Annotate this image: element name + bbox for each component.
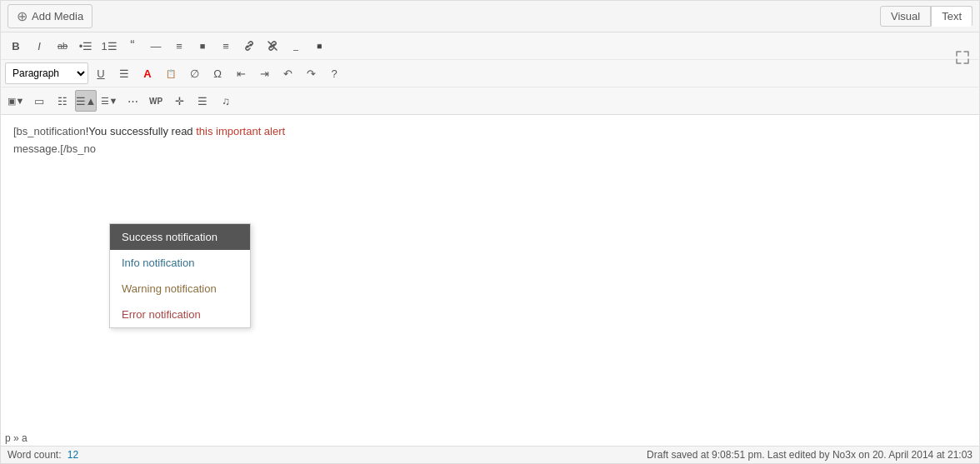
clear-format-button[interactable]: ∅	[183, 62, 205, 84]
toolbar-row-2: Paragraph Heading 1 Heading 2 Heading 3 …	[1, 60, 979, 87]
redo-button[interactable]: ↷	[300, 62, 322, 84]
expand-icon[interactable]	[954, 49, 971, 69]
strikethrough-button[interactable]: ab	[52, 35, 73, 57]
top-bar: ⊕ Add Media Visual Text	[1, 1, 979, 32]
r3-btn-7[interactable]: WP	[145, 90, 167, 112]
help-button[interactable]: ?	[323, 62, 345, 84]
r3-btn-4[interactable]: ☰▲	[75, 90, 97, 112]
r3-btn-5[interactable]: ☰▼	[98, 90, 120, 112]
italic-button[interactable]: I	[28, 35, 50, 57]
r3-btn-1[interactable]: ▣▼	[5, 90, 27, 112]
word-count-label: Word count:	[8, 449, 61, 461]
word-count: 12	[68, 449, 78, 461]
ordered-list-button[interactable]: 1☰	[98, 35, 120, 57]
undo-button[interactable]: ↶	[277, 62, 298, 84]
editor-wrapper: ⊕ Add Media Visual Text B I ab •☰ 1☰ “ —…	[0, 0, 980, 464]
add-media-button[interactable]: ⊕ Add Media	[8, 4, 92, 28]
add-media-label: Add Media	[32, 10, 83, 22]
unlink-button[interactable]	[262, 35, 283, 57]
paragraph-select[interactable]: Paragraph Heading 1 Heading 2 Heading 3 …	[5, 62, 88, 84]
hr-button[interactable]: —	[145, 35, 167, 57]
dropdown-item-success[interactable]: Success notification	[110, 224, 250, 250]
align-center-button[interactable]: ■	[192, 35, 213, 57]
path-bar: p » a	[1, 431, 979, 446]
link-button[interactable]	[238, 35, 260, 57]
justify-button[interactable]: ☰	[113, 62, 135, 84]
notification-dropdown: Success notification Info notification W…	[109, 223, 251, 328]
toolbar-row-1: B I ab •☰ 1☰ “ — ≡ ■ ≡ ⎯ ◾	[1, 32, 979, 60]
toolbar-toggle-button[interactable]: ◾	[308, 35, 330, 57]
shortcode-end-2: o	[90, 142, 96, 155]
r3-btn-6[interactable]: ⋯	[122, 90, 143, 112]
content-link: this important alert	[196, 125, 285, 137]
blockquote-button[interactable]: “	[122, 35, 143, 57]
content-before-link: !You successfully read	[86, 125, 196, 137]
r3-btn-10[interactable]: ♫	[215, 90, 237, 112]
toolbar-row-3: ▣▼ ▭ ☷ ☰▲ ☰▼ ⋯ WP ✛ ☰ ♫	[1, 87, 979, 114]
indent-button[interactable]: ⇥	[253, 62, 275, 84]
shortcode-start: [bs_notification	[13, 125, 86, 137]
bold-button[interactable]: B	[5, 35, 27, 57]
view-tabs: Visual Text	[880, 6, 972, 27]
draft-info: Draft saved at 9:08:51 pm. Last edited b…	[647, 449, 972, 461]
unlink-icon	[267, 40, 278, 52]
word-count-section: Word count: 12	[8, 449, 78, 461]
tab-text[interactable]: Text	[931, 6, 972, 27]
align-left-button[interactable]: ≡	[168, 35, 190, 57]
toolbar: B I ab •☰ 1☰ “ — ≡ ■ ≡ ⎯ ◾	[1, 32, 979, 115]
r3-btn-9[interactable]: ☰	[192, 90, 213, 112]
dropdown-item-info[interactable]: Info notification	[110, 250, 250, 276]
text-color-button[interactable]: A	[137, 62, 158, 84]
underline-button[interactable]: U	[90, 62, 112, 84]
bottom-bar: Word count: 12 Draft saved at 9:08:51 pm…	[1, 446, 979, 463]
special-char-button[interactable]: Ω	[207, 62, 228, 84]
editor-text: [bs_notification!You successfully read t…	[13, 123, 967, 158]
insert-readmore-button[interactable]: ⎯	[285, 35, 307, 57]
outdent-button[interactable]: ⇤	[230, 62, 252, 84]
paste-word-button[interactable]: 📋	[160, 62, 182, 84]
r3-btn-2[interactable]: ▭	[28, 90, 50, 112]
editor-path: p » a	[5, 432, 28, 444]
dropdown-item-error[interactable]: Error notification	[110, 302, 250, 327]
shortcode-end: message.[/bs_n	[13, 142, 90, 155]
align-right-button[interactable]: ≡	[215, 35, 237, 57]
tab-visual[interactable]: Visual	[880, 6, 931, 27]
link-icon	[243, 40, 255, 52]
editor-content[interactable]: [bs_notification!You successfully read t…	[1, 115, 979, 431]
dropdown-item-warning[interactable]: Warning notification	[110, 276, 250, 302]
unordered-list-button[interactable]: •☰	[75, 35, 97, 57]
r3-btn-3[interactable]: ☷	[52, 90, 73, 112]
plus-icon: ⊕	[17, 8, 28, 24]
r3-btn-8[interactable]: ✛	[168, 90, 190, 112]
